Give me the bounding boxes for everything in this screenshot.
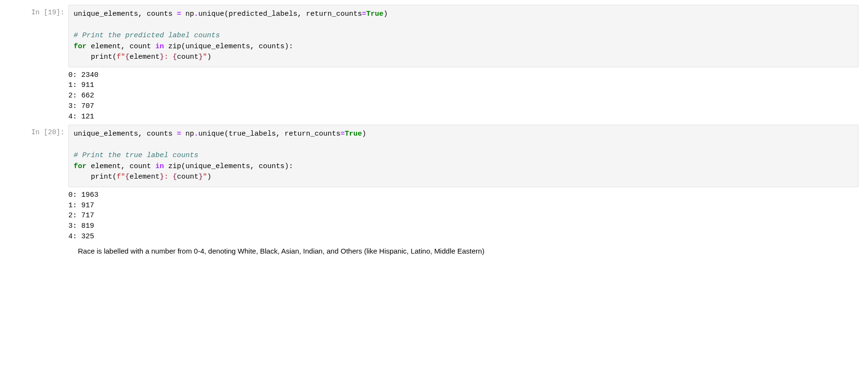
code-token: np (181, 130, 194, 138)
code-input[interactable]: unique_elements, counts = np.unique(true… (68, 125, 858, 187)
code-comment: # Print the predicted label counts (74, 32, 220, 40)
code-token: ) (284, 43, 289, 51)
code-token: = (362, 10, 366, 18)
code-token: , (138, 130, 142, 138)
code-token: counts (142, 10, 177, 18)
code-token: { (125, 173, 130, 181)
code-token: . (194, 130, 198, 138)
code-token: ( (224, 10, 228, 18)
code-token: , (121, 162, 125, 170)
output-cell: 0: 2340 1: 911 2: 662 3: 707 4: 121 (10, 67, 858, 125)
input-prompt: In [20]: (10, 125, 68, 187)
code-token: , (250, 162, 254, 170)
code-token: counts (254, 43, 284, 51)
code-token: return_counts (280, 130, 340, 138)
code-token: , (138, 10, 142, 18)
code-token: true_labels (228, 130, 276, 138)
code-token: : (289, 162, 293, 170)
code-token: counts (142, 130, 177, 138)
code-token: . (194, 10, 198, 18)
stdout-output: 0: 2340 1: 911 2: 662 3: 707 4: 121 (68, 67, 858, 125)
code-token: print (91, 53, 112, 61)
code-token: , (276, 130, 280, 138)
markdown-text[interactable]: Race is labelled with a number from 0-4,… (68, 245, 858, 257)
output-cell: 0: 1963 1: 917 2: 717 3: 819 4: 325 (10, 187, 858, 245)
markdown-prompt (10, 245, 68, 257)
code-token: ( (181, 43, 185, 51)
code-token: : (164, 53, 173, 61)
code-token: } (198, 173, 203, 181)
cell-content: 0: 1963 1: 917 2: 717 3: 819 4: 325 (68, 187, 858, 245)
code-token: np (181, 10, 194, 18)
code-token: True (366, 10, 383, 18)
code-token: count (125, 43, 155, 51)
code-token: unique (198, 130, 224, 138)
code-token: unique_elements (185, 43, 250, 51)
code-token: { (125, 53, 130, 61)
code-token: } (160, 53, 164, 61)
code-token: } (198, 53, 203, 61)
code-token: in (155, 162, 164, 170)
code-token: " (203, 53, 207, 61)
code-token: " (121, 173, 125, 181)
code-token: count (177, 53, 198, 61)
code-cell: In [19]: unique_elements, counts = np.un… (10, 5, 858, 67)
code-token: True (345, 130, 362, 138)
code-token: f (117, 173, 121, 181)
code-token: count (125, 162, 155, 170)
code-token: unique_elements (74, 130, 138, 138)
output-prompt (10, 67, 68, 125)
code-token: unique_elements (74, 10, 138, 18)
code-comment: # Print the true label counts (74, 151, 198, 160)
code-input[interactable]: unique_elements, counts = np.unique(pred… (68, 5, 858, 67)
code-token: = (340, 130, 345, 138)
markdown-cell: Race is labelled with a number from 0-4,… (10, 245, 858, 257)
stdout-output: 0: 1963 1: 917 2: 717 3: 819 4: 325 (68, 187, 858, 245)
code-token: , (250, 43, 254, 51)
code-token: ( (112, 53, 117, 61)
cell-content: unique_elements, counts = np.unique(true… (68, 125, 858, 187)
code-token (74, 173, 91, 181)
code-token: ) (383, 10, 388, 18)
code-token: f (117, 53, 121, 61)
code-token: { (173, 53, 177, 61)
code-token: ) (207, 53, 211, 61)
code-token: ) (284, 162, 289, 170)
code-token: ) (362, 130, 366, 138)
code-token: ( (112, 173, 117, 181)
code-token: in (155, 43, 164, 51)
cell-content: 0: 2340 1: 911 2: 662 3: 707 4: 121 (68, 67, 858, 125)
code-token: counts (254, 162, 284, 170)
code-token: ( (224, 130, 228, 138)
code-token: return_counts (302, 10, 362, 18)
code-token: : (164, 173, 173, 181)
code-token: element (130, 53, 160, 61)
code-cell: In [20]: unique_elements, counts = np.un… (10, 125, 858, 187)
code-token: " (203, 173, 207, 181)
cell-content: unique_elements, counts = np.unique(pred… (68, 5, 858, 67)
code-token: " (121, 53, 125, 61)
code-token: print (91, 173, 112, 181)
code-token: : (289, 43, 293, 51)
code-token: element (87, 43, 121, 51)
output-prompt (10, 187, 68, 245)
input-prompt: In [19]: (10, 5, 68, 67)
code-token: { (173, 173, 177, 181)
code-token: zip (164, 43, 181, 51)
code-token: count (177, 173, 198, 181)
code-token: unique (198, 10, 224, 18)
code-token: = (177, 10, 181, 18)
code-token: element (130, 173, 160, 181)
code-token: ( (181, 162, 185, 170)
code-token: , (121, 43, 125, 51)
code-token: ) (207, 173, 211, 181)
code-token: for (74, 43, 87, 51)
code-token: = (177, 130, 181, 138)
code-token: zip (164, 162, 181, 170)
cell-content: Race is labelled with a number from 0-4,… (68, 245, 858, 257)
code-token: unique_elements (185, 162, 250, 170)
code-token: predicted_labels (228, 10, 297, 18)
code-token: } (160, 173, 164, 181)
code-token (74, 53, 91, 61)
code-token: for (74, 162, 87, 170)
